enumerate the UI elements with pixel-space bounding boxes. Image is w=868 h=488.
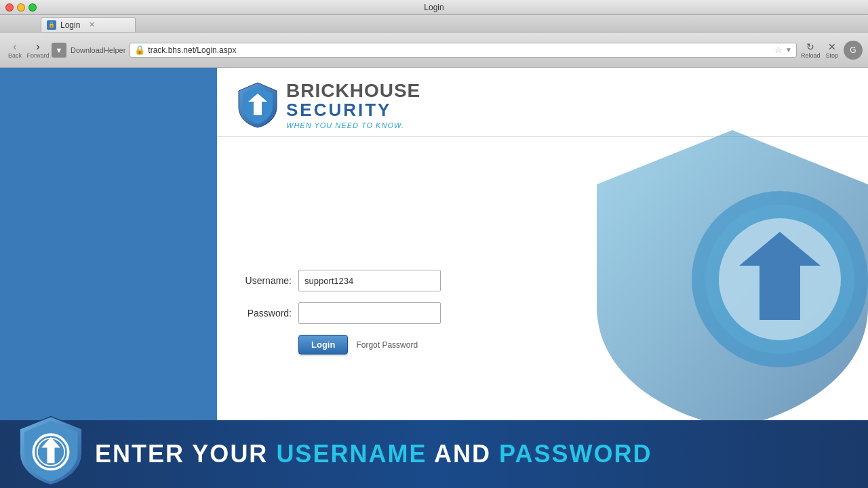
svg-point-3 [719, 218, 841, 340]
bookmark-icon: ☆ [774, 45, 783, 55]
profile-icon: G [850, 45, 856, 55]
brand-text: BRICKHOUSE SECURITY WHEN YOU NEED TO KNO… [286, 81, 420, 129]
stop-icon: ✕ [828, 41, 836, 52]
address-text: track.bhs.net/Login.aspx [148, 45, 772, 55]
reload-icon: ↻ [806, 41, 814, 52]
extension-name: DownloadHelper [71, 46, 125, 54]
svg-point-2 [705, 205, 854, 354]
svg-marker-4 [739, 232, 821, 320]
banner-shield-icon [14, 413, 88, 488]
maximize-button[interactable] [28, 3, 37, 12]
banner-text: ENTER YOUR USERNAME AND PASSWORD [88, 440, 652, 468]
password-input[interactable] [298, 302, 441, 324]
password-row: Password: [237, 302, 475, 324]
panel-header: BRICKHOUSE SECURITY WHEN YOU NEED TO KNO… [217, 68, 868, 137]
logo-area: BRICKHOUSE SECURITY WHEN YOU NEED TO KNO… [237, 81, 848, 129]
secure-icon: 🔒 [134, 45, 145, 55]
window-title: Login [424, 3, 443, 12]
back-label: Back [8, 52, 22, 59]
password-label: Password: [237, 308, 292, 319]
banner-part1: ENTER YOUR [95, 440, 276, 468]
page-content: BRICKHOUSE SECURITY WHEN YOU NEED TO KNO… [0, 68, 868, 488]
banner-highlight2: PASSWORD [499, 440, 652, 468]
forward-button[interactable]: › Forward [28, 41, 47, 60]
brand-brick: BRICK [286, 80, 350, 101]
svg-point-1 [692, 191, 868, 367]
bottom-banner: ENTER YOUR USERNAME AND PASSWORD [0, 420, 868, 488]
brand-house: HOUSE [350, 80, 421, 101]
form-actions: Login Forgot Password [298, 335, 475, 354]
forward-arrow-icon: › [36, 41, 39, 52]
extension-icon: ▼ [52, 43, 66, 58]
stop-label: Stop [825, 52, 838, 59]
banner-highlight1: USERNAME [276, 440, 427, 468]
dropdown-icon: ▼ [785, 46, 792, 54]
reload-label: Reload [801, 52, 821, 59]
login-button[interactable]: Login [298, 335, 348, 354]
browser-window: Login 🔒 Login ✕ ‹ Back › Forward ▼ Downl… [0, 0, 868, 488]
toolbar-right: ↻ Reload ✕ Stop G [801, 41, 863, 60]
minimize-button[interactable] [17, 3, 25, 12]
username-row: Username: [237, 270, 475, 291]
banner-part2: AND [427, 440, 499, 468]
username-input[interactable] [298, 270, 441, 291]
back-arrow-icon: ‹ [13, 41, 16, 52]
forward-label: Forward [27, 52, 50, 59]
tab-login[interactable]: 🔒 Login ✕ [41, 17, 136, 32]
back-button[interactable]: ‹ Back [5, 41, 24, 60]
brand-name: BRICKHOUSE [286, 81, 420, 100]
tab-favicon: 🔒 [47, 20, 56, 30]
tab-title: Login [60, 20, 80, 30]
brand-shield-logo [237, 81, 278, 129]
bg-decoration [570, 117, 868, 442]
window-controls [5, 3, 37, 12]
brand-tagline: WHEN YOU NEED TO KNOW. [286, 121, 420, 129]
forgot-password-link[interactable]: Forgot Password [356, 340, 418, 350]
tab-close-button[interactable]: ✕ [87, 20, 96, 30]
brand-security: SECURITY [286, 100, 420, 120]
username-label: Username: [237, 275, 292, 286]
stop-button[interactable]: ✕ Stop [825, 41, 838, 59]
profile-button[interactable]: G [844, 41, 863, 60]
close-button[interactable] [5, 3, 14, 12]
title-bar: Login [0, 0, 868, 15]
address-bar[interactable]: 🔒 track.bhs.net/Login.aspx ☆ ▼ [130, 43, 797, 58]
reload-button[interactable]: ↻ Reload [801, 41, 821, 59]
tab-bar: 🔒 Login ✕ [0, 15, 868, 33]
browser-toolbar: ‹ Back › Forward ▼ DownloadHelper 🔒 trac… [0, 33, 868, 68]
login-form: Username: Password: Login Forgot Passwor… [237, 270, 475, 354]
